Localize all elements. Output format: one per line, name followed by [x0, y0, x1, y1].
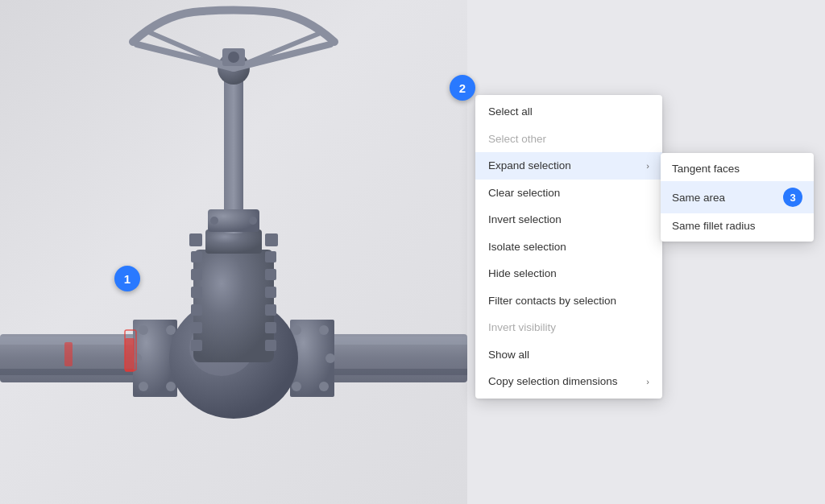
svg-point-9: [166, 325, 176, 335]
copy-dimensions-chevron: ›: [646, 376, 649, 387]
submenu-item-same-area[interactable]: Same area 3: [661, 181, 814, 213]
menu-item-filter-contacts[interactable]: Filter contacts by selection: [475, 287, 662, 315]
svg-rect-32: [191, 287, 202, 298]
badge-3: 3: [783, 188, 802, 207]
svg-point-18: [292, 382, 301, 391]
menu-item-expand-selection[interactable]: Expand selection ›: [475, 152, 662, 180]
badge-1: 1: [114, 266, 140, 291]
submenu-item-tangent-faces[interactable]: Tangent faces: [661, 156, 814, 181]
menu-item-invert-selection[interactable]: Invert selection: [475, 206, 662, 233]
badge-2: 2: [450, 75, 475, 101]
svg-rect-52: [64, 342, 73, 366]
svg-point-16: [292, 325, 301, 335]
svg-rect-29: [265, 251, 276, 262]
svg-rect-24: [193, 250, 274, 362]
menu-item-invert-visibility[interactable]: Invert visibility: [475, 314, 662, 341]
menu-item-clear-selection[interactable]: Clear selection: [475, 180, 662, 207]
submenu-expand-selection: Tangent faces Same area 3 Same fillet ra…: [661, 153, 814, 242]
context-menu: Select all Select other Expand selection…: [475, 95, 662, 399]
svg-point-43: [249, 217, 257, 225]
menu-item-select-other[interactable]: Select other: [475, 126, 662, 153]
svg-rect-30: [191, 269, 202, 280]
svg-point-11: [166, 382, 176, 391]
svg-point-19: [319, 382, 329, 391]
svg-rect-34: [191, 304, 202, 316]
svg-rect-35: [265, 304, 276, 316]
menu-item-copy-dimensions[interactable]: Copy selection dimensions ›: [475, 368, 662, 395]
model-viewport: 1: [0, 0, 467, 504]
menu-item-show-all[interactable]: Show all: [475, 341, 662, 369]
submenu-item-same-fillet-radius[interactable]: Same fillet radius: [661, 213, 814, 238]
svg-point-10: [139, 382, 148, 391]
svg-rect-40: [224, 64, 243, 233]
svg-rect-27: [265, 233, 278, 246]
svg-rect-31: [265, 269, 276, 280]
svg-rect-33: [265, 287, 276, 298]
svg-rect-26: [189, 233, 202, 246]
svg-rect-39: [265, 340, 276, 351]
menu-item-hide-selection[interactable]: Hide selection: [475, 260, 662, 287]
menu-item-isolate-selection[interactable]: Isolate selection: [475, 233, 662, 261]
svg-point-8: [139, 325, 148, 335]
svg-rect-37: [265, 322, 276, 333]
svg-point-21: [325, 353, 335, 363]
svg-point-42: [210, 217, 218, 225]
menu-item-select-all[interactable]: Select all: [475, 98, 662, 126]
svg-rect-51: [125, 338, 135, 372]
svg-rect-36: [191, 322, 202, 333]
svg-point-50: [228, 52, 239, 63]
expand-selection-chevron: ›: [646, 160, 649, 171]
svg-rect-28: [191, 251, 202, 262]
svg-point-17: [319, 325, 329, 335]
svg-rect-38: [191, 340, 202, 351]
